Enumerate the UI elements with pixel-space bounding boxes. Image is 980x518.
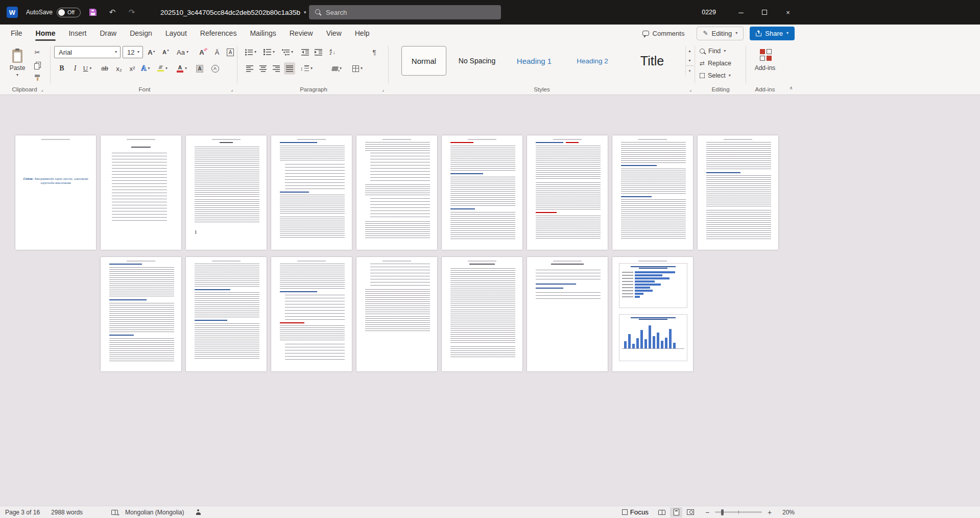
autosave-toggle[interactable]: Off — [57, 8, 81, 17]
page-thumbnail-15[interactable] — [527, 257, 608, 371]
superscript-button[interactable]: x² — [127, 62, 138, 75]
clipboard-dialog-launcher[interactable]: ⌟ — [41, 87, 43, 92]
numbered-list-button[interactable]: ▾ — [262, 46, 276, 58]
proofing-status[interactable] — [111, 510, 118, 515]
gallery-scroll-up-icon[interactable]: ▲ — [686, 46, 694, 56]
page-thumbnail-12[interactable] — [271, 257, 352, 371]
tab-layout[interactable]: Layout — [159, 25, 194, 42]
styles-dialog-launcher[interactable]: ⌟ — [689, 87, 691, 92]
undo-button[interactable]: ↶ — [105, 5, 119, 20]
page-thumbnail-9[interactable] — [698, 135, 778, 250]
multilevel-list-button[interactable]: ▾ — [281, 46, 294, 58]
page-thumbnail-16[interactable] — [612, 257, 693, 371]
page-thumbnail-7[interactable] — [527, 135, 608, 250]
redo-button[interactable]: ↷ — [125, 5, 139, 20]
line-spacing-button[interactable]: ↕ ▾ — [299, 62, 314, 75]
increase-indent-button[interactable] — [313, 46, 324, 58]
web-layout-button[interactable] — [684, 507, 697, 517]
page-thumbnail-5[interactable] — [356, 135, 437, 250]
minimize-button[interactable]: ─ — [729, 0, 753, 25]
language-indicator[interactable]: Mongolian (Mongolia) — [125, 509, 184, 516]
align-right-button[interactable] — [271, 62, 282, 75]
style-no-spacing[interactable]: No Spacing — [451, 46, 503, 76]
autosave-control[interactable]: AutoSave Off — [26, 8, 81, 17]
borders-button[interactable]: ▾ — [351, 62, 364, 75]
style-heading-2[interactable]: Heading 2 — [566, 46, 619, 76]
grow-font-button[interactable]: A▲ — [146, 46, 157, 58]
shading-button[interactable]: ▾ — [331, 62, 343, 75]
tab-view[interactable]: View — [320, 25, 348, 42]
gallery-scroll-down-icon[interactable]: ▼ — [686, 56, 694, 65]
zoom-in-button[interactable]: + — [766, 508, 773, 516]
page-thumbnail-1[interactable]: Сэдэв: Захирамжийн хэрэг үүсгэх, шалгаса… — [15, 135, 96, 250]
tab-insert[interactable]: Insert — [62, 25, 93, 42]
page-thumbnail-13[interactable] — [356, 257, 437, 371]
character-shading-button[interactable]: A — [194, 62, 205, 75]
character-border-button[interactable]: A — [225, 46, 236, 58]
word-count[interactable]: 2988 words — [51, 509, 83, 516]
cut-button[interactable]: ✂ — [32, 46, 43, 58]
embedded-column-chart[interactable] — [619, 314, 687, 361]
zoom-slider-thumb[interactable] — [721, 509, 724, 515]
embedded-horizontal-bar-chart[interactable] — [619, 263, 687, 308]
tab-design[interactable]: Design — [123, 25, 159, 42]
copy-button[interactable] — [32, 59, 43, 72]
find-button[interactable]: Find ▾ — [700, 45, 726, 57]
tab-review[interactable]: Review — [283, 25, 320, 42]
align-center-button[interactable] — [257, 62, 269, 75]
page-thumbnail-11[interactable] — [186, 257, 267, 371]
search-input[interactable] — [326, 9, 479, 16]
paragraph-dialog-launcher[interactable]: ⌟ — [382, 87, 384, 92]
phonetic-guide-button[interactable]: Ä — [211, 46, 223, 58]
decrease-indent-button[interactable] — [299, 46, 310, 58]
gallery-more-icon[interactable]: ▾ — [686, 65, 694, 76]
text-highlight-button[interactable]: ▾ — [156, 62, 169, 75]
accessibility-status[interactable] — [196, 509, 201, 515]
sort-button[interactable]: AZ ↓ — [327, 46, 338, 58]
editing-mode-dropdown[interactable]: ✎ Editing ▾ — [697, 27, 744, 40]
save-button[interactable] — [86, 5, 100, 20]
tab-mailings[interactable]: Mailings — [243, 25, 282, 42]
zoom-out-button[interactable]: − — [704, 508, 711, 516]
page-thumbnail-6[interactable] — [442, 135, 522, 250]
font-dialog-launcher[interactable]: ⌟ — [231, 87, 233, 92]
bullet-list-button[interactable]: ▾ — [244, 46, 257, 58]
focus-mode-button[interactable]: Focus — [622, 508, 649, 516]
page-thumbnail-8[interactable] — [612, 135, 693, 250]
underline-button[interactable]: U ▾ — [82, 62, 93, 75]
page-indicator[interactable]: Page 3 of 16 — [5, 509, 40, 516]
user-badge[interactable]: 0229 — [702, 9, 716, 16]
format-painter-button[interactable] — [32, 72, 43, 84]
collapse-ribbon-button[interactable]: ∧ — [785, 83, 797, 93]
italic-button[interactable]: I — [69, 62, 81, 75]
subscript-button[interactable]: x₂ — [113, 62, 125, 75]
page-thumbnail-14[interactable] — [442, 257, 522, 371]
strikethrough-button[interactable]: ab — [99, 62, 110, 75]
document-title[interactable]: 202510_3c44705cc84dc2deb5202b80c1a35b ▾ — [160, 9, 306, 16]
style-title[interactable]: Title — [624, 46, 680, 76]
replace-button[interactable]: ⇄ Replace — [700, 58, 731, 69]
maximize-button[interactable] — [753, 0, 776, 25]
comments-button[interactable]: Comments — [636, 27, 691, 40]
tab-help[interactable]: Help — [348, 25, 376, 42]
enclose-characters-button[interactable]: A — [209, 62, 221, 75]
select-button[interactable]: Select ▾ — [700, 70, 731, 81]
read-mode-button[interactable] — [656, 507, 668, 517]
clear-formatting-button[interactable]: A — [196, 46, 207, 58]
page-thumbnail-10[interactable] — [101, 257, 181, 371]
font-size-combobox[interactable]: 12 ▾ — [123, 46, 143, 58]
page-thumbnail-2[interactable] — [101, 135, 181, 250]
print-layout-button[interactable] — [670, 507, 682, 517]
zoom-level[interactable]: 20% — [777, 509, 795, 516]
paste-button[interactable]: Paste ▾ — [5, 45, 30, 82]
text-effects-button[interactable]: A ▾ — [140, 62, 151, 75]
tab-references[interactable]: References — [194, 25, 244, 42]
font-name-combobox[interactable]: Arial ▾ — [54, 46, 121, 58]
tab-draw[interactable]: Draw — [93, 25, 123, 42]
document-canvas[interactable]: Сэдэв: Захирамжийн хэрэг үүсгэх, шалгаса… — [0, 95, 980, 506]
page-thumbnail-4[interactable] — [271, 135, 352, 250]
close-button[interactable]: × — [776, 0, 800, 25]
word-app-icon[interactable]: W — [7, 7, 18, 18]
show-formatting-marks-button[interactable]: ¶ — [369, 46, 380, 58]
page-thumbnail-3[interactable] — [186, 135, 267, 250]
